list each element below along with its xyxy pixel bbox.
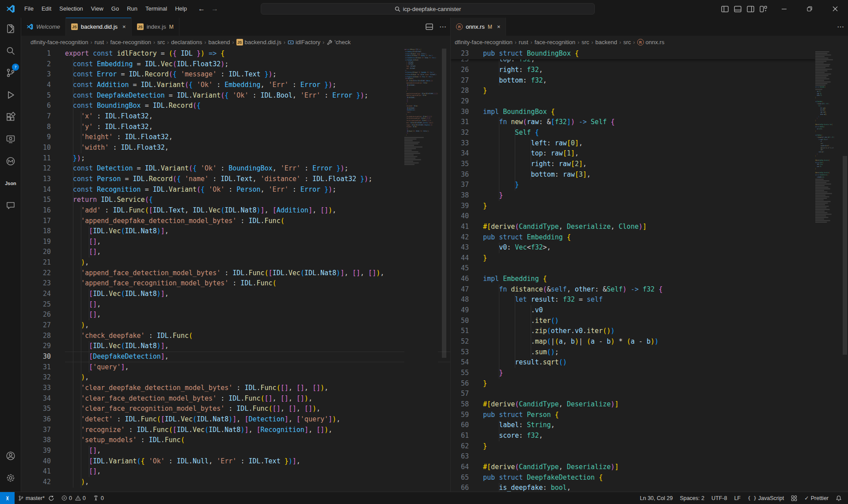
breadcrumb-item[interactable]: rust — [95, 39, 104, 45]
code-line[interactable]: 23 'append_face_recognition_model_bytes'… — [21, 278, 450, 289]
code-line[interactable]: 36 bottom: raw[3], — [451, 170, 848, 180]
line-number[interactable]: 47 — [451, 284, 469, 295]
line-number[interactable]: 20 — [21, 247, 51, 258]
extensions-icon[interactable] — [0, 106, 21, 128]
line-number[interactable]: 8 — [21, 122, 51, 133]
line-number[interactable]: 15 — [21, 195, 51, 205]
code-line[interactable]: 29 — [451, 96, 848, 107]
code-line[interactable]: 65pub struct DeepfakeDetection { — [451, 473, 848, 483]
minimap[interactable]: export const idlFactory = ({ IDL }) => {… — [404, 49, 438, 492]
code-line[interactable]: 5 const DeepfakeDetection = IDL.Variant(… — [21, 91, 450, 101]
line-number[interactable]: 39 — [21, 446, 51, 456]
line-number[interactable]: 63 — [451, 451, 469, 462]
code-line[interactable]: 1export const idlFactory = ({ IDL }) => … — [21, 49, 450, 59]
code-line[interactable]: 25 top: f32, — [451, 59, 815, 65]
code-line[interactable]: 3 const Error = IDL.Record({ 'message' :… — [21, 69, 450, 80]
line-number[interactable]: 27 — [451, 76, 469, 86]
line-number[interactable]: 35 — [21, 404, 51, 414]
line-number[interactable]: 46 — [451, 274, 469, 284]
line-number[interactable]: 25 — [21, 299, 51, 310]
code-line[interactable]: 40 — [451, 211, 848, 222]
toggle-secondary-sidebar-icon[interactable] — [747, 5, 754, 13]
nav-back-button[interactable]: ← — [198, 5, 205, 13]
line-number[interactable]: 14 — [21, 185, 51, 195]
json-icon[interactable]: Json — [0, 172, 21, 194]
code-line[interactable]: 45 — [451, 263, 848, 274]
breadcrumb-item[interactable]: src — [582, 39, 589, 45]
search-icon[interactable] — [0, 40, 21, 62]
code-line[interactable]: 27 bottom: f32, — [451, 76, 848, 86]
code-line[interactable]: 33 'clear_deepfake_detection_model_bytes… — [21, 383, 450, 394]
line-number[interactable]: 11 — [21, 153, 51, 164]
code-line[interactable]: 31 fn new(raw: &[f32]) -> Self { — [451, 117, 848, 128]
editor-onnx-rs[interactable]: 26 right: f32,27 bottom: f32,28}2930impl… — [451, 49, 848, 492]
code-line[interactable]: 2 const Embedding = IDL.Vec(IDL.Float32)… — [21, 59, 450, 70]
code-line[interactable]: 29 [IDL.Vec(IDL.Nat8)], — [21, 341, 450, 352]
code-line[interactable]: 64#[derive(CandidType, Deserialize)] — [451, 462, 848, 473]
code-line[interactable]: 57 — [451, 389, 848, 399]
code-line[interactable]: 22 'append_face_detection_model_bytes' :… — [21, 268, 450, 279]
code-line[interactable]: 14 const Recognition = IDL.Variant({ 'Ok… — [21, 185, 450, 195]
scrollbar[interactable] — [441, 49, 447, 492]
cursor-position-status[interactable]: Ln 30, Col 29 — [636, 492, 676, 504]
code-line[interactable]: 34 top: raw[1], — [451, 148, 848, 159]
line-number[interactable]: 49 — [451, 305, 469, 316]
line-number[interactable]: 35 — [451, 159, 469, 170]
line-number[interactable]: 30 — [451, 107, 469, 117]
line-number[interactable]: 40 — [21, 456, 51, 467]
line-number[interactable]: 4 — [21, 80, 51, 91]
line-number[interactable]: 39 — [451, 201, 469, 212]
breadcrumb-item[interactable]: dfinity-face-recognition — [30, 39, 88, 45]
code-line[interactable]: 44} — [451, 253, 848, 264]
breadcrumb-item[interactable]: face-recognition — [534, 39, 575, 45]
line-number[interactable]: 56 — [451, 379, 469, 389]
line-number[interactable]: 53 — [451, 347, 469, 358]
line-number[interactable]: 38 — [451, 190, 469, 201]
line-number[interactable]: 50 — [451, 316, 469, 326]
formatter-status[interactable]: ✓ Prettier — [801, 492, 832, 504]
code-line[interactable]: 42 ), — [21, 477, 450, 488]
code-line[interactable]: 37 } — [451, 180, 848, 190]
code-line[interactable]: 39 [], — [21, 446, 450, 456]
close-tab-icon[interactable]: × — [122, 23, 126, 30]
breadcrumb-item[interactable]: JSbackend.did.js — [236, 39, 281, 45]
line-number[interactable]: 12 — [21, 163, 51, 174]
line-number[interactable]: 58 — [451, 399, 469, 410]
line-number[interactable]: 13 — [21, 174, 51, 185]
chat-icon[interactable] — [0, 194, 21, 216]
line-number[interactable]: 19 — [21, 237, 51, 247]
tab-welcome[interactable]: Welcome — [21, 18, 66, 36]
ports-status[interactable]: 0 — [89, 492, 107, 504]
code-line[interactable]: 30 [DeepfakeDetection], — [21, 352, 450, 362]
line-number[interactable]: 40 — [451, 211, 469, 222]
toggle-panel-icon[interactable] — [734, 5, 742, 13]
code-line[interactable]: 34 'clear_face_detection_model_bytes' : … — [21, 394, 450, 404]
line-number[interactable]: 54 — [451, 357, 469, 368]
split-editor-icon[interactable] — [426, 23, 433, 30]
code-line[interactable]: 60 label: String, — [451, 420, 848, 431]
code-line[interactable]: 19 [], — [21, 237, 450, 247]
code-line[interactable]: 61 score: f32, — [451, 431, 848, 441]
code-line[interactable]: 51 .zip(other.v0.iter()) — [451, 326, 848, 337]
code-line[interactable]: 38 'setup_models' : IDL.Func( — [21, 435, 450, 446]
code-line[interactable]: 43 v0: Vec<f32>, — [451, 243, 848, 253]
notifications-status[interactable] — [832, 492, 845, 504]
code-line[interactable]: 28} — [451, 86, 848, 96]
line-number[interactable]: 55 — [451, 368, 469, 379]
line-number[interactable]: 61 — [451, 431, 469, 441]
line-number[interactable]: 7 — [21, 111, 51, 122]
breadcrumb-item[interactable]: rust — [519, 39, 529, 45]
line-number[interactable]: 43 — [451, 243, 469, 253]
line-number[interactable]: 22 — [21, 268, 51, 279]
line-number[interactable]: 34 — [21, 394, 51, 404]
line-number[interactable]: 31 — [21, 362, 51, 373]
line-number[interactable]: 52 — [451, 337, 469, 347]
line-number[interactable]: 36 — [21, 414, 51, 425]
line-number[interactable]: 28 — [21, 331, 51, 341]
code-line[interactable]: 62} — [451, 441, 848, 452]
code-line[interactable]: 66 is_deepfake: bool, — [451, 483, 848, 492]
command-center-search[interactable]: icp-deepfake-cannister — [261, 3, 595, 15]
line-number[interactable]: 48 — [451, 295, 469, 305]
breadcrumb-item[interactable]: idlFactory — [288, 39, 320, 45]
line-number[interactable]: 60 — [451, 420, 469, 431]
